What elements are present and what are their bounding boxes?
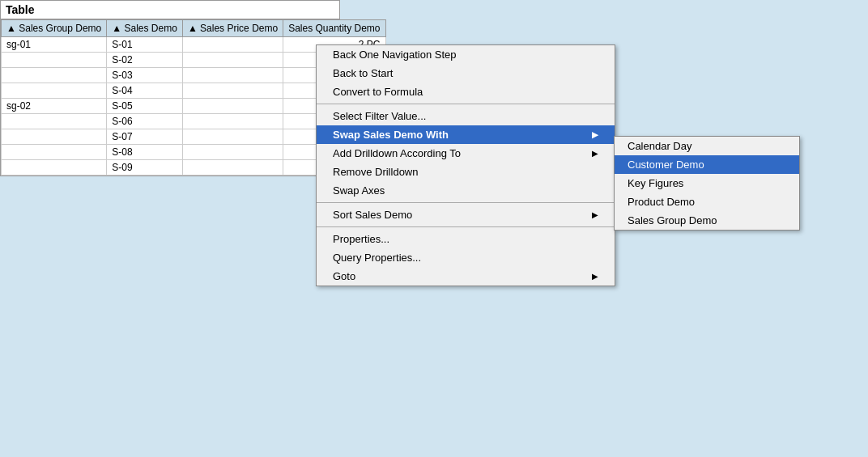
submenu-item-key-figures[interactable]: Key Figures [615,174,799,193]
cell-sales: S-09 [107,160,183,176]
cell-sales: S-07 [107,129,183,145]
cell-sales-group [2,114,107,129]
sort-icon-sales-price: ▲ [188,23,198,34]
menu-item-add-drilldown[interactable]: Add Drilldown According To▶ [317,144,615,163]
cell-sales-price [182,99,283,114]
submenu-item-customer-demo[interactable]: Customer Demo [615,155,799,174]
submenu-arrow-swap-sales: ▶ [592,130,598,139]
table-title: Table [1,1,339,19]
menu-separator [317,202,615,203]
col-header-sales-group[interactable]: ▲ Sales Group Demo [2,20,107,37]
menu-item-swap-sales[interactable]: Swap Sales Demo With▶ [317,125,615,144]
cell-sales: S-03 [107,68,183,83]
menu-label-properties: Properties... [333,233,389,245]
menu-label-select-filter: Select Filter Value... [333,110,426,122]
cell-sales-group [2,53,107,68]
cell-sales: S-05 [107,99,183,114]
submenu: Calendar DayCustomer DemoKey FiguresProd… [614,136,800,231]
cell-sales-group [2,68,107,83]
menu-label-remove-drilldown: Remove Drilldown [333,166,418,178]
menu-item-goto[interactable]: Goto▶ [317,267,615,286]
menu-label-goto: Goto [333,270,355,282]
menu-label-query-properties: Query Properties... [333,252,421,264]
submenu-label-product-demo: Product Demo [628,196,695,208]
menu-item-select-filter[interactable]: Select Filter Value... [317,107,615,125]
submenu-label-calendar-day: Calendar Day [628,140,692,152]
cell-sales-price [182,37,283,53]
cell-sales-price [182,160,283,176]
cell-sales-price [182,68,283,83]
cell-sales: S-02 [107,53,183,68]
menu-label-swap-axes: Swap Axes [333,184,385,197]
cell-sales-group [2,160,107,176]
cell-sales-price [182,114,283,129]
menu-item-query-properties[interactable]: Query Properties... [317,248,615,267]
menu-separator [317,104,615,104]
submenu-arrow-goto: ▶ [592,272,598,281]
cell-sales-group: sg-02 [2,99,107,114]
context-menu: Back One Navigation StepBack to StartCon… [316,44,615,286]
cell-sales-group [2,83,107,99]
menu-label-sort-sales: Sort Sales Demo [333,209,412,221]
menu-item-remove-drilldown[interactable]: Remove Drilldown [317,163,615,181]
menu-label-add-drilldown: Add Drilldown According To [333,147,461,159]
cell-sales-price [182,129,283,145]
col-header-sales-price[interactable]: ▲ Sales Price Demo [182,20,283,37]
sort-icon-sales-group: ▲ [6,23,16,34]
cell-sales-group: sg-01 [2,37,107,53]
cell-sales: S-08 [107,145,183,160]
submenu-label-sales-group-demo: Sales Group Demo [628,214,717,226]
sort-icon-sales: ▲ [112,23,121,34]
menu-item-convert-formula[interactable]: Convert to Formula [317,83,615,101]
submenu-arrow-sort-sales: ▶ [592,210,598,219]
cell-sales-price [182,83,283,99]
menu-item-sort-sales[interactable]: Sort Sales Demo▶ [317,205,615,224]
submenu-item-product-demo[interactable]: Product Demo [615,193,799,211]
menu-separator [317,226,615,227]
menu-label-back-to-start: Back to Start [333,67,393,79]
submenu-label-key-figures: Key Figures [628,177,683,189]
menu-item-back-to-start[interactable]: Back to Start [317,64,615,83]
menu-label-swap-sales: Swap Sales Demo With [333,129,449,141]
cell-sales-group [2,145,107,160]
menu-item-properties[interactable]: Properties... [317,230,615,248]
cell-sales: S-06 [107,114,183,129]
col-header-sales-qty[interactable]: Sales Quantity Demo [283,20,385,37]
col-header-sales[interactable]: ▲ Sales Demo [107,20,183,37]
cell-sales-group [2,129,107,145]
cell-sales: S-01 [107,37,183,53]
table-container: Table ▲ Sales Group Demo ▲ Sales Demo ▲ … [0,0,340,176]
menu-item-back-one[interactable]: Back One Navigation Step [317,45,615,64]
submenu-label-customer-demo: Customer Demo [628,159,704,171]
cell-sales-price [182,53,283,68]
cell-sales-price [182,145,283,160]
menu-item-swap-axes[interactable]: Swap Axes [317,181,615,200]
submenu-arrow-add-drilldown: ▶ [592,149,598,158]
cell-sales: S-04 [107,83,183,99]
submenu-item-calendar-day[interactable]: Calendar Day [615,137,799,155]
menu-label-back-one: Back One Navigation Step [333,49,456,61]
menu-label-convert-formula: Convert to Formula [333,86,423,98]
submenu-item-sales-group-demo[interactable]: Sales Group Demo [615,211,799,230]
